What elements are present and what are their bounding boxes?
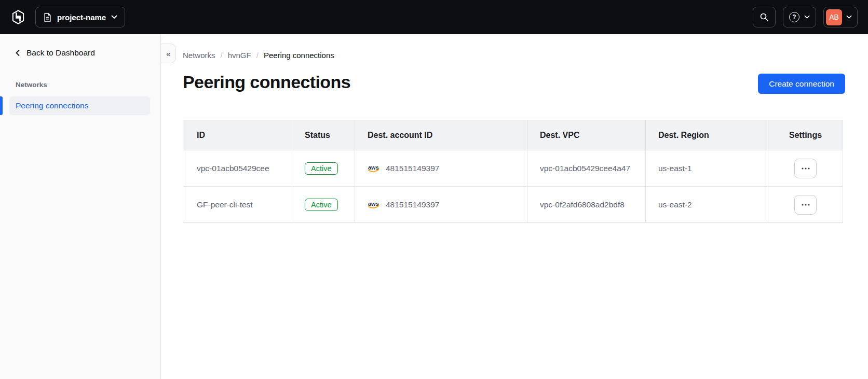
svg-text:aws: aws [368,201,379,207]
breadcrumb-hvn[interactable]: hvnGF [228,51,251,60]
top-nav-right: ? AB [753,7,858,27]
cell-status: Active [292,150,355,187]
cell-settings [768,150,843,187]
aws-icon: aws [368,164,381,173]
peering-connections-table: ID Status Dest. account ID Dest. VPC Des… [183,120,843,223]
account-menu-button[interactable]: AB [823,7,858,27]
chevron-down-icon [804,15,810,19]
status-badge: Active [305,199,338,211]
status-badge: Active [305,162,338,175]
chevron-left-icon [16,50,20,56]
chevron-down-icon [846,15,852,19]
ellipsis-icon [802,167,810,170]
sidebar: Back to Dashboard Networks Peering conne… [0,34,161,379]
sidebar-collapse-button[interactable]: « [161,44,176,63]
table-header-row: ID Status Dest. account ID Dest. VPC Des… [183,120,843,150]
avatar: AB [826,9,842,25]
cell-vpc: vpc-0f2afd6808ad2bdf8 [527,187,646,223]
cell-id: GF-peer-cli-test [183,187,292,223]
table-row: vpc-01acb05429cee Active aws 48151514939… [183,150,843,187]
cell-status: Active [292,187,355,223]
search-button[interactable] [753,7,776,27]
account-id-value: 481515149397 [386,164,439,173]
account-id-value: 481515149397 [386,200,439,209]
breadcrumb-current: Peering connections [264,51,334,60]
sidebar-item-label: Peering connections [16,101,88,110]
back-to-dashboard-link[interactable]: Back to Dashboard [16,48,160,58]
create-connection-button[interactable]: Create connection [758,74,845,94]
svg-text:aws: aws [368,164,379,171]
project-switcher-button[interactable]: project-name [35,7,125,27]
cell-region: us-east-1 [646,150,768,187]
collapse-icon: « [166,49,170,58]
row-settings-button[interactable] [794,195,817,215]
column-header-vpc: Dest. VPC [527,120,646,150]
column-header-settings: Settings [768,120,843,150]
aws-icon: aws [368,201,381,209]
cell-id: vpc-01acb05429cee [183,150,292,187]
column-header-status: Status [292,120,355,150]
active-indicator-bar [0,96,3,115]
ellipsis-icon [802,204,810,206]
row-settings-button[interactable] [794,159,817,178]
search-icon [760,12,769,22]
column-header-id: ID [183,120,292,150]
sidebar-item-peering-connections[interactable]: Peering connections [9,96,150,115]
sidebar-section-networks: Networks [16,81,160,89]
cell-account: aws 481515149397 [355,187,527,223]
cell-region: us-east-2 [646,187,768,223]
cell-settings [768,187,843,223]
main-content: Networks / hvnGF / Peering connections P… [161,36,868,379]
cell-vpc: vpc-01acb05429cee4a47 [527,150,646,187]
column-header-region: Dest. Region [646,120,768,150]
project-switcher-label: project-name [57,13,106,22]
app-shell: Back to Dashboard Networks Peering conne… [0,34,868,379]
hashicorp-logo-icon[interactable] [10,9,26,25]
breadcrumb: Networks / hvnGF / Peering connections [183,45,845,60]
page-title: Peering connections [183,72,350,92]
top-nav: project-name ? AB [0,0,868,34]
chevron-down-icon [111,15,117,19]
help-menu-button[interactable]: ? [783,7,816,27]
breadcrumb-separator: / [221,51,223,60]
breadcrumb-networks[interactable]: Networks [183,51,215,60]
table-row: GF-peer-cli-test Active aws 481515149397 [183,187,843,223]
help-icon: ? [789,12,799,22]
document-icon [43,13,52,22]
sidebar-item-wrap: Peering connections [0,96,160,115]
breadcrumb-separator: / [256,51,259,60]
column-header-account: Dest. account ID [355,120,527,150]
cell-account: aws 481515149397 [355,150,527,187]
page-header: Peering connections Create connection [183,72,845,94]
back-label: Back to Dashboard [26,48,95,58]
